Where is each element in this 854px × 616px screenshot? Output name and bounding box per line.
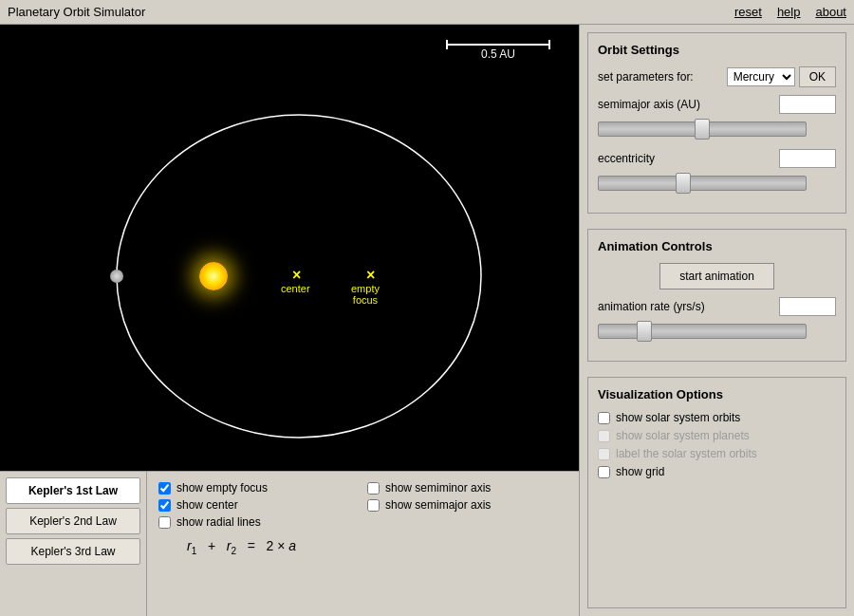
bottom-controls: Kepler's 1st Law Kepler's 2nd Law Kepler… xyxy=(0,471,579,616)
solar-system-planets-label: show solar system planets xyxy=(616,429,750,442)
orbit-settings-box: Orbit Settings set parameters for: Mercu… xyxy=(587,32,846,214)
center-label: center xyxy=(281,283,310,294)
vis-solar-system-planets: show solar system planets xyxy=(598,429,836,442)
animation-controls-box: Animation Controls start animation anima… xyxy=(587,229,846,362)
show-empty-focus-checkbox[interactable] xyxy=(158,482,171,495)
semimajor-slider-row xyxy=(598,121,836,140)
animation-rate-slider[interactable] xyxy=(598,324,807,339)
solar-system-orbits-checkbox[interactable] xyxy=(598,412,610,424)
vis-solar-system-orbits: show solar system orbits xyxy=(598,411,836,424)
main-layout: 0.5 AU × center × emptyfocus Kepler's 1s… xyxy=(0,25,854,616)
formula-text: r1 + r2 = 2 × a xyxy=(187,538,296,556)
animation-rate-input[interactable]: 0.20 xyxy=(779,297,836,316)
show-center-checkbox[interactable] xyxy=(158,499,171,512)
help-link[interactable]: help xyxy=(777,5,801,19)
planet-selector-row: set parameters for: Mercury Venus Earth … xyxy=(598,66,836,87)
show-empty-focus-row[interactable]: show empty focus xyxy=(158,481,348,495)
eccentricity-input[interactable]: 0.400 xyxy=(779,149,836,168)
sun xyxy=(199,262,228,290)
show-semiminor-row[interactable]: show semiminor axis xyxy=(367,481,557,495)
start-animation-button[interactable]: start animation xyxy=(659,263,774,289)
label-orbits-label: label the solar system orbits xyxy=(616,447,757,460)
set-params-label: set parameters for: xyxy=(598,70,694,84)
show-empty-focus-label: show empty focus xyxy=(176,481,268,495)
eccentricity-slider[interactable] xyxy=(598,176,807,191)
empty-focus-cross: × xyxy=(366,268,375,283)
visualization-options-box: Visualization Options show solar system … xyxy=(587,377,846,608)
app-title: Planetary Orbit Simulator xyxy=(8,5,145,19)
orbit-svg xyxy=(0,25,579,471)
kepler-tabs: Kepler's 1st Law Kepler's 2nd Law Kepler… xyxy=(0,472,147,616)
empty-focus-label: emptyfocus xyxy=(351,283,380,306)
reset-link[interactable]: reset xyxy=(734,5,762,19)
vis-label-orbits: label the solar system orbits xyxy=(598,447,836,460)
show-semimajor-row[interactable]: show semimajor axis xyxy=(367,498,557,512)
kepler-1st-tab[interactable]: Kepler's 1st Law xyxy=(6,477,140,504)
kepler-content: show empty focus show semiminor axis sho… xyxy=(147,472,579,616)
animation-rate-label: animation rate (yrs/s) xyxy=(598,300,705,313)
semimajor-row: semimajor axis (AU) 1.00 xyxy=(598,95,836,114)
label-orbits-checkbox xyxy=(598,448,610,460)
eccentricity-row: eccentricity 0.400 xyxy=(598,149,836,168)
show-radial-label: show radial lines xyxy=(176,515,261,529)
visualization-title: Visualization Options xyxy=(598,387,836,401)
simulation-canvas: 0.5 AU × center × emptyfocus xyxy=(0,25,579,471)
show-grid-label: show grid xyxy=(616,465,664,478)
checkboxes-grid: show empty focus show semiminor axis sho… xyxy=(158,481,567,529)
show-grid-checkbox[interactable] xyxy=(598,466,610,478)
show-semimajor-label: show semimajor axis xyxy=(385,498,491,512)
semimajor-input[interactable]: 1.00 xyxy=(779,95,836,114)
titlebar: Planetary Orbit Simulator reset help abo… xyxy=(0,0,854,25)
show-semimajor-checkbox[interactable] xyxy=(367,499,380,512)
eccentricity-slider-row xyxy=(598,176,836,194)
solar-system-planets-checkbox xyxy=(598,430,610,442)
show-semiminor-label: show semiminor axis xyxy=(385,481,491,495)
animation-rate-slider-row xyxy=(598,324,836,342)
animation-controls-title: Animation Controls xyxy=(598,239,836,253)
vis-show-grid: show grid xyxy=(598,465,836,478)
planet-dot xyxy=(110,270,123,283)
show-center-label: show center xyxy=(176,498,238,512)
formula-row: r1 + r2 = 2 × a xyxy=(158,538,567,556)
show-radial-row[interactable]: show radial lines xyxy=(158,515,348,529)
ok-button[interactable]: OK xyxy=(799,66,836,87)
titlebar-links: reset help about xyxy=(734,5,846,19)
solar-system-orbits-label: show solar system orbits xyxy=(616,411,740,424)
right-panel: Orbit Settings set parameters for: Mercu… xyxy=(579,25,854,616)
semimajor-slider[interactable] xyxy=(598,121,807,137)
eccentricity-label: eccentricity xyxy=(598,152,655,165)
show-semiminor-checkbox[interactable] xyxy=(367,482,380,495)
left-panel: 0.5 AU × center × emptyfocus Kepler's 1s… xyxy=(0,25,579,616)
center-cross: × xyxy=(292,268,301,283)
semimajor-label: semimajor axis (AU) xyxy=(598,98,700,111)
about-link[interactable]: about xyxy=(815,5,846,19)
kepler-3rd-tab[interactable]: Kepler's 3rd Law xyxy=(6,538,140,565)
orbit-settings-title: Orbit Settings xyxy=(598,43,836,57)
show-center-row[interactable]: show center xyxy=(158,498,348,512)
show-radial-checkbox[interactable] xyxy=(158,516,171,529)
planet-select[interactable]: Mercury Venus Earth Mars Jupiter Saturn … xyxy=(727,67,795,86)
kepler-2nd-tab[interactable]: Kepler's 2nd Law xyxy=(6,508,140,534)
animation-rate-row: animation rate (yrs/s) 0.20 xyxy=(598,297,836,316)
